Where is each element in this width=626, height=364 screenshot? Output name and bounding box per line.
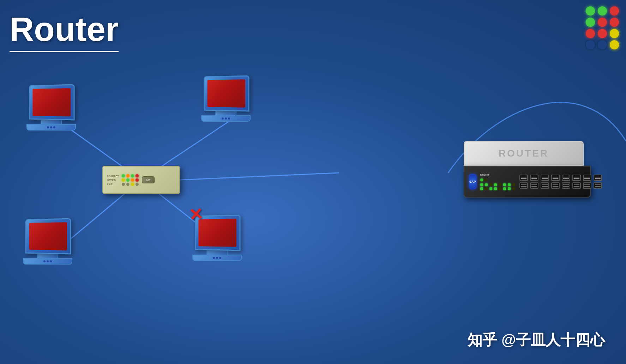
router-port bbox=[594, 175, 602, 181]
router-port bbox=[519, 175, 528, 181]
computer-top-right bbox=[201, 76, 251, 122]
base-dot bbox=[213, 257, 215, 259]
router-port bbox=[572, 182, 581, 189]
monitor-stand bbox=[37, 254, 58, 258]
base-dot bbox=[225, 117, 227, 120]
switch-led bbox=[122, 183, 125, 186]
router-ports bbox=[519, 175, 603, 189]
router-led bbox=[480, 183, 483, 186]
router-port bbox=[572, 175, 581, 181]
base-dot bbox=[50, 260, 52, 262]
router-port bbox=[519, 182, 528, 189]
router-sap-button[interactable]: SAP bbox=[469, 174, 477, 189]
watermark: 知乎 @子皿人十四心 bbox=[468, 330, 605, 350]
router-led bbox=[489, 187, 492, 190]
switch-led bbox=[131, 174, 134, 177]
switch-led bbox=[126, 183, 130, 186]
monitor-screen bbox=[207, 79, 245, 108]
router-led bbox=[485, 187, 488, 190]
monitor-base bbox=[192, 255, 242, 261]
computer-bottom-left bbox=[23, 219, 72, 265]
monitor-screen bbox=[32, 88, 71, 116]
router-label: ROUTER bbox=[499, 148, 549, 159]
connection-blocked-icon: ✕ bbox=[188, 204, 204, 225]
router-leds bbox=[480, 183, 516, 190]
router-led bbox=[499, 187, 501, 190]
switch-led bbox=[122, 174, 125, 177]
monitor-body bbox=[25, 218, 71, 255]
router-bottom-panel: SAP Router bbox=[464, 166, 591, 198]
router-led bbox=[508, 187, 511, 190]
router-port bbox=[562, 182, 570, 189]
monitor-screen bbox=[198, 219, 236, 247]
monitor-body bbox=[204, 75, 249, 112]
router-status-section: Router bbox=[480, 173, 516, 190]
router-port bbox=[530, 175, 538, 181]
base-dot bbox=[50, 126, 52, 128]
monitor-stand bbox=[41, 120, 62, 124]
base-dot bbox=[222, 117, 224, 120]
base-dot bbox=[47, 260, 49, 262]
switch-lights bbox=[122, 174, 139, 186]
base-dot bbox=[47, 126, 49, 128]
router-led bbox=[494, 183, 497, 186]
router-device-label: Router bbox=[480, 173, 516, 176]
switch-led bbox=[126, 178, 130, 182]
monitor-base bbox=[26, 124, 76, 131]
monitor-base bbox=[201, 115, 251, 122]
switch-led bbox=[131, 183, 134, 186]
router-led bbox=[485, 183, 488, 186]
router-led bbox=[512, 187, 515, 190]
base-dot bbox=[228, 117, 230, 120]
base-dot bbox=[43, 260, 46, 262]
switch-led bbox=[136, 174, 139, 177]
switch-led bbox=[136, 183, 139, 186]
monitor-base bbox=[23, 258, 72, 265]
router-led bbox=[499, 183, 501, 186]
router-led bbox=[503, 183, 506, 186]
router-port bbox=[551, 182, 560, 189]
router-port bbox=[541, 182, 549, 189]
base-dot bbox=[219, 257, 221, 259]
router-port bbox=[562, 175, 570, 181]
router-port bbox=[594, 182, 602, 189]
router-led bbox=[494, 187, 497, 190]
router-led bbox=[503, 187, 506, 190]
router-port bbox=[551, 175, 560, 181]
switch-led bbox=[131, 178, 134, 182]
router-led bbox=[489, 183, 492, 186]
computer-top-left bbox=[26, 85, 76, 131]
monitor-stand bbox=[206, 250, 228, 255]
monitor-body bbox=[29, 84, 75, 121]
router-port bbox=[530, 182, 538, 189]
router-led bbox=[512, 183, 515, 186]
switch-button[interactable]: INIT bbox=[142, 176, 155, 183]
router-led bbox=[508, 183, 511, 186]
router-port bbox=[583, 175, 591, 181]
monitor-stand bbox=[215, 111, 236, 115]
base-dot bbox=[216, 257, 218, 259]
router-top-panel: ROUTER bbox=[464, 141, 584, 166]
router-led bbox=[480, 187, 483, 190]
router-port bbox=[583, 182, 591, 189]
switch-led bbox=[122, 178, 125, 182]
router-device: ROUTER SAP Router bbox=[464, 141, 591, 198]
switch-led bbox=[126, 174, 130, 177]
base-dot bbox=[53, 126, 55, 128]
switch-led bbox=[136, 178, 139, 182]
svg-line-4 bbox=[180, 173, 339, 180]
router-port bbox=[541, 175, 549, 181]
monitor-screen bbox=[29, 222, 67, 250]
switch-device: LINK/ACT SPEED FDX INIT bbox=[102, 166, 180, 194]
